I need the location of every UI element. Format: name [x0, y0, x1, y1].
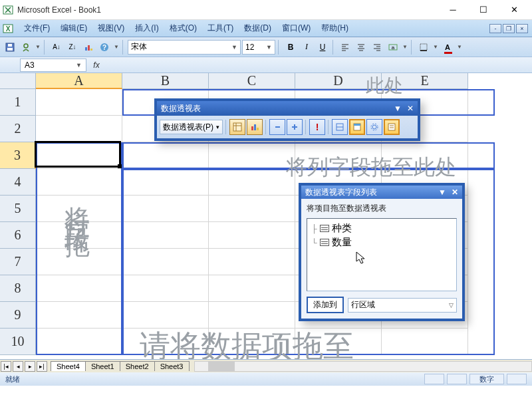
cell[interactable] — [122, 329, 209, 355]
column-header[interactable]: A — [36, 73, 122, 89]
cell[interactable] — [36, 329, 122, 355]
window-minimize-button[interactable]: ─ — [438, 0, 468, 20]
menu-help[interactable]: 帮助(H) — [316, 21, 354, 35]
merge-center-button[interactable]: a — [386, 40, 400, 55]
sheet-nav-prev[interactable]: ◂ — [13, 361, 23, 372]
borders-button[interactable] — [416, 40, 431, 55]
chart-wizard-pivot-button[interactable] — [247, 119, 263, 135]
pivottable-field-list[interactable]: 数据透视表字段列表 ▼ ✕ 将项目拖至数据透视表 ├种类└数量 添加到 行区域▽ — [299, 183, 465, 321]
permission-dropdown[interactable]: ▼ — [35, 44, 41, 50]
field-list-box[interactable]: ├种类└数量 — [307, 218, 457, 291]
bold-button[interactable]: B — [283, 40, 298, 55]
column-header[interactable]: D — [295, 73, 382, 89]
menu-view[interactable]: 视图(V) — [92, 21, 130, 35]
sort-asc-button[interactable]: A↓ — [49, 40, 64, 55]
cell[interactable] — [36, 275, 122, 302]
field-settings-button[interactable] — [366, 119, 382, 135]
menu-edit[interactable]: 编辑(E) — [55, 21, 92, 35]
always-display-items-button[interactable] — [349, 119, 365, 135]
cell[interactable] — [36, 142, 122, 169]
sheet-tab[interactable]: Sheet4 — [51, 361, 86, 371]
cell[interactable] — [209, 142, 295, 169]
column-header[interactable]: B — [122, 73, 209, 89]
cell[interactable] — [209, 169, 295, 196]
toolbar-options-dropdown[interactable]: ▼ — [113, 44, 120, 50]
column-header[interactable]: C — [209, 73, 295, 89]
row-header[interactable]: 9 — [0, 302, 36, 329]
select-all-corner[interactable] — [0, 73, 36, 89]
pivottable-toolbar-title[interactable]: 数据透视表 ▼ ✕ — [157, 101, 418, 116]
row-header[interactable]: 5 — [0, 196, 36, 222]
font-color-button[interactable]: A — [440, 40, 455, 55]
cell[interactable] — [209, 302, 295, 329]
row-header[interactable]: 1 — [0, 89, 36, 116]
cell[interactable] — [122, 169, 209, 196]
cell[interactable] — [295, 329, 382, 355]
mdi-restore-button[interactable]: ❐ — [503, 24, 515, 33]
align-right-button[interactable] — [370, 40, 384, 55]
sheet-tab[interactable]: Sheet1 — [85, 361, 120, 371]
row-header[interactable]: 4 — [0, 169, 36, 196]
mdi-minimize-button[interactable]: - — [489, 24, 501, 33]
pivottable-menu-dropdown[interactable]: 数据透视表(P)▾ — [160, 120, 223, 134]
show-field-list-button[interactable] — [384, 119, 400, 135]
field-list-close-icon[interactable]: ✕ — [452, 188, 458, 197]
cell[interactable] — [122, 142, 209, 169]
help-button[interactable]: ? — [97, 40, 112, 55]
area-selector[interactable]: 行区域▽ — [348, 298, 457, 313]
refresh-data-button[interactable]: ! — [309, 119, 325, 135]
align-left-button[interactable] — [338, 40, 352, 55]
name-box[interactable]: A3▼ — [20, 59, 86, 72]
font-size-selector[interactable]: 12▼ — [242, 40, 275, 55]
menu-format[interactable]: 格式(O) — [164, 21, 202, 35]
format-report-button[interactable] — [229, 119, 245, 135]
row-header[interactable]: 6 — [0, 222, 36, 249]
cell[interactable] — [209, 222, 295, 249]
row-header[interactable]: 2 — [0, 116, 36, 142]
cell[interactable] — [36, 116, 122, 142]
toolbar-options-icon[interactable]: ▼ — [394, 104, 402, 113]
field-list-options-icon[interactable]: ▼ — [438, 188, 446, 197]
cell[interactable] — [382, 329, 468, 355]
sort-desc-button[interactable]: Z↓ — [65, 40, 80, 55]
cell[interactable] — [295, 142, 382, 169]
underline-button[interactable]: U — [315, 40, 330, 55]
align-center-button[interactable] — [354, 40, 368, 55]
permission-button[interactable] — [19, 40, 33, 55]
cell[interactable] — [36, 169, 122, 196]
horizontal-scrollbar[interactable] — [194, 361, 533, 372]
cell[interactable] — [122, 302, 209, 329]
pivottable-toolbar[interactable]: 数据透视表 ▼ ✕ 数据透视表(P)▾ ! — [154, 98, 420, 141]
menu-file[interactable]: 文件(F) — [19, 21, 55, 35]
field-list-item[interactable]: ├种类 — [311, 221, 452, 235]
cell[interactable] — [122, 249, 209, 275]
field-list-titlebar[interactable]: 数据透视表字段列表 ▼ ✕ — [301, 186, 462, 199]
cell[interactable] — [209, 275, 295, 302]
cell[interactable] — [209, 249, 295, 275]
italic-button[interactable]: I — [299, 40, 314, 55]
sheet-nav-last[interactable]: ▸| — [37, 361, 47, 372]
font-color-dropdown[interactable]: ▼ — [456, 44, 463, 50]
menu-tools[interactable]: 工具(T) — [202, 21, 239, 35]
cell[interactable] — [122, 196, 209, 222]
fx-label[interactable]: fx — [86, 61, 106, 70]
workbook-icon[interactable]: X — [1, 22, 15, 35]
mdi-close-button[interactable]: × — [516, 24, 528, 33]
row-header[interactable]: 8 — [0, 275, 36, 302]
sheet-tab[interactable]: Sheet2 — [120, 361, 155, 371]
toolbar-close-icon[interactable]: ✕ — [407, 104, 414, 113]
merge-dropdown[interactable]: ▼ — [402, 44, 408, 50]
menu-insert[interactable]: 插入(I) — [130, 21, 164, 35]
cell[interactable] — [209, 329, 295, 355]
show-detail-button[interactable] — [287, 119, 303, 135]
menu-data[interactable]: 数据(D) — [239, 21, 277, 35]
cell[interactable] — [382, 142, 468, 169]
formula-input[interactable] — [106, 59, 532, 72]
save-button[interactable] — [3, 40, 17, 55]
window-close-button[interactable]: ✕ — [499, 0, 529, 20]
cell[interactable] — [36, 89, 122, 116]
include-hidden-button[interactable] — [332, 119, 348, 135]
field-list-item[interactable]: └数量 — [311, 235, 452, 249]
window-maximize-button[interactable]: ☐ — [468, 0, 499, 20]
cell[interactable] — [36, 249, 122, 275]
